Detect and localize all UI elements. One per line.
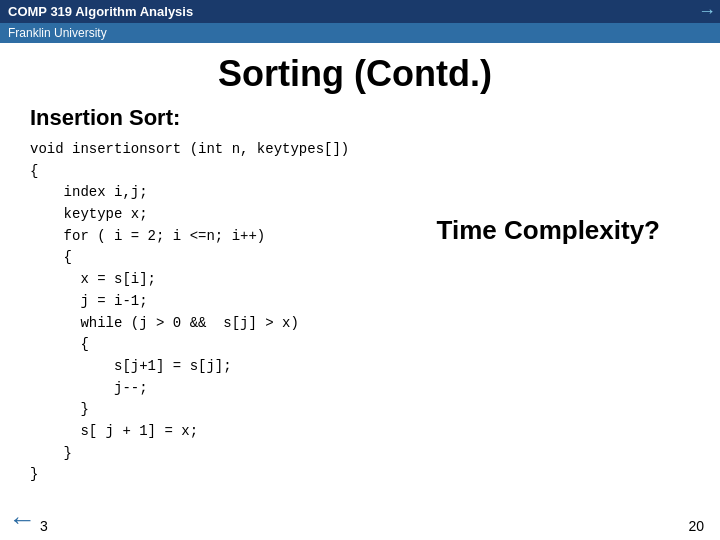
code-line: s[ j + 1] = x; xyxy=(30,421,680,443)
nav-arrow-left-icon[interactable]: ← xyxy=(8,506,36,534)
code-line: { xyxy=(30,161,680,183)
code-line: while (j > 0 && s[j] > x) xyxy=(30,313,680,335)
time-complexity-label: Time Complexity? xyxy=(437,215,660,246)
sub-bar: Franklin University xyxy=(0,23,720,43)
code-line: s[j+1] = s[j]; xyxy=(30,356,680,378)
code-line: } xyxy=(30,443,680,465)
code-line: x = s[i]; xyxy=(30,269,680,291)
code-line: { xyxy=(30,334,680,356)
code-block: void insertionsort (int n, keytypes[]){ … xyxy=(30,139,680,486)
page-number: 20 xyxy=(688,518,704,534)
nav-arrow-right-icon[interactable]: → xyxy=(698,2,716,20)
course-title: COMP 319 Algorithm Analysis xyxy=(8,4,193,19)
code-line: index i,j; xyxy=(30,182,680,204)
code-line: } xyxy=(30,464,680,486)
code-line: j = i-1; xyxy=(30,291,680,313)
code-line: void insertionsort (int n, keytypes[]) xyxy=(30,139,680,161)
top-bar: COMP 319 Algorithm Analysis → xyxy=(0,0,720,23)
slide-title: Sorting (Contd.) xyxy=(30,53,680,95)
code-line: j--; xyxy=(30,378,680,400)
section-heading: Insertion Sort: xyxy=(30,105,680,131)
slide-number-bottom: 3 xyxy=(40,518,48,534)
code-line: } xyxy=(30,399,680,421)
university-name: Franklin University xyxy=(8,26,107,40)
main-content: Sorting (Contd.) Insertion Sort: void in… xyxy=(0,43,720,496)
code-line: { xyxy=(30,247,680,269)
